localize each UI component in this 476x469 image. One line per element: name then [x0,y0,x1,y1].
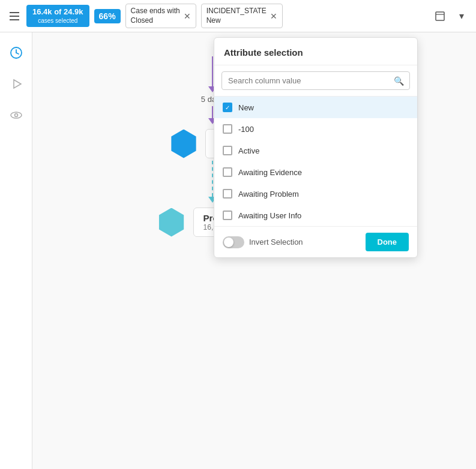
svg-line-4 [16,53,19,54]
checkbox-new[interactable]: ✓ [223,103,232,112]
option-awaiting-user-info[interactable]: Awaiting User Info [214,205,417,226]
clock-icon [10,46,23,59]
filter-chip-incident-state[interactable]: INCIDENT_STATE New ✕ [201,4,283,28]
hamburger-icon [10,12,19,20]
dashed-connector [212,161,213,197]
chevron-down-icon: ▾ [459,10,464,22]
sidebar-eye-button[interactable] [5,104,27,126]
sidebar-clock-button[interactable] [5,42,27,64]
checkbox-awaiting-evidence[interactable] [223,167,232,177]
option-awaiting-evidence[interactable]: Awaiting Evidence [214,161,417,183]
option-awaiting-evidence-label: Awaiting Evidence [238,168,302,177]
search-box: 🔍 [214,65,417,97]
filter-chip-case-ends[interactable]: Case ends with Closed ✕ [125,4,196,28]
option-active[interactable]: Active [214,140,417,161]
option-minus100[interactable]: -100 [214,118,417,140]
invert-label: Invert Selection [249,237,303,246]
frame-button[interactable] [430,7,450,26]
svg-point-7 [14,114,17,117]
checkbox-awaiting-problem[interactable] [223,189,232,199]
done-button[interactable]: Done [366,233,409,251]
connector-top [212,56,213,86]
invert-toggle[interactable] [223,236,244,248]
toggle-knob [224,237,233,247]
main-canvas: tart 5 days Closed 16,397 [32,32,476,469]
checkbox-minus100[interactable] [223,124,232,134]
search-icon: 🔍 [394,76,404,86]
eye-icon [10,109,23,122]
options-list: ✓ New -100 Active Awaiting Evidence Awai… [214,97,417,226]
option-minus100-label: -100 [238,125,254,134]
connector-mid [212,106,213,118]
closed-hexagon-icon [169,130,198,158]
checkbox-active[interactable] [223,146,232,155]
filter-chip-close-icon[interactable]: ✕ [184,12,191,20]
option-active-label: Active [238,146,259,155]
chevron-button[interactable]: ▾ [452,7,471,26]
toolbar: 16.4k of 24.9k cases selected 66% Case e… [0,0,476,32]
search-input[interactable] [221,71,410,90]
dropdown-footer: Invert Selection Done [214,226,417,257]
left-sidebar [0,32,32,469]
invert-toggle-area: Invert Selection [223,236,303,248]
play-icon [10,77,23,91]
option-awaiting-problem[interactable]: Awaiting Problem [214,183,417,205]
dropdown-title: Attribute selection [214,38,417,65]
cases-count: 16.4k of 24.9k [32,7,83,17]
option-awaiting-user-info-label: Awaiting User Info [238,211,301,220]
option-awaiting-problem-label: Awaiting Problem [238,190,299,199]
cases-label: cases selected [38,17,77,25]
option-new[interactable]: ✓ New [214,97,417,118]
cases-chip: 16.4k of 24.9k cases selected [26,5,89,28]
svg-point-6 [11,112,22,118]
frame-icon [435,11,445,22]
filter-chip-incident-label: INCIDENT_STATE New [206,7,267,25]
filter-chip-label: Case ends with Closed [131,7,180,25]
sidebar-play-button[interactable] [5,73,27,95]
option-new-label: New [238,103,254,112]
svg-rect-0 [436,12,444,20]
filter-chip-incident-close-icon[interactable]: ✕ [270,12,277,20]
percent-badge: 66% [94,9,121,23]
attribute-selection-panel: Attribute selection 🔍 ✓ New -100 Active … [214,37,418,258]
process-end-hexagon-icon [157,208,186,237]
svg-marker-5 [14,80,21,88]
checkbox-awaiting-user-info[interactable] [223,211,232,220]
menu-button[interactable] [5,7,24,26]
